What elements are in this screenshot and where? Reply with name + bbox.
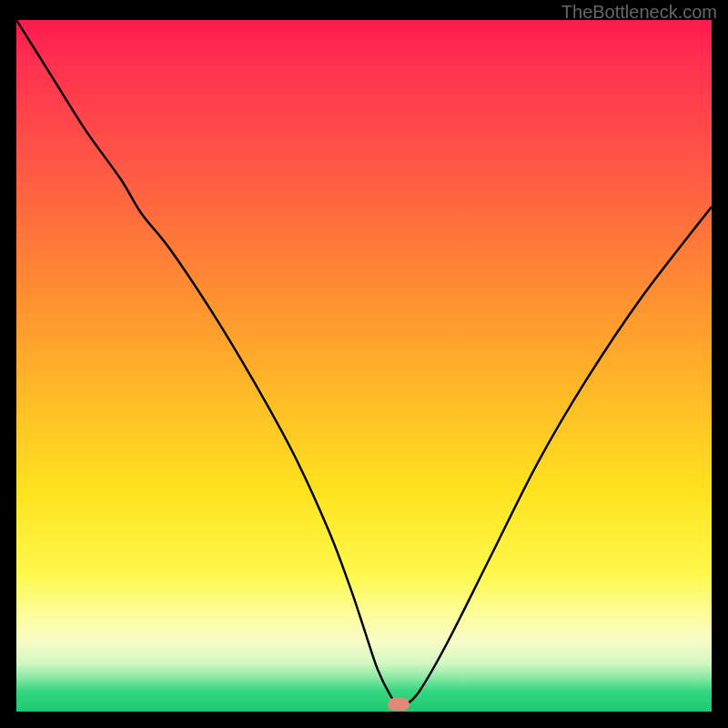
bottleneck-curve: [16, 20, 712, 712]
optimal-point-marker: [388, 698, 410, 711]
watermark-text: TheBottleneck.com: [561, 2, 717, 23]
plot-area: [16, 20, 712, 712]
